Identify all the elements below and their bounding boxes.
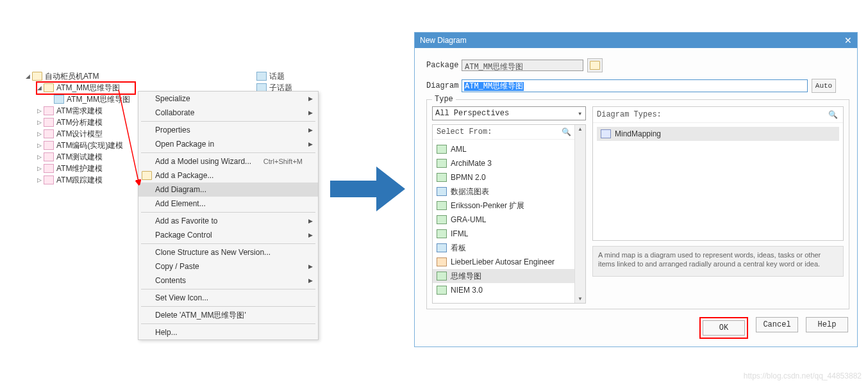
technology-icon [437, 257, 447, 266]
close-icon[interactable]: ✕ [844, 35, 852, 45]
palette-item[interactable]: 话题 [256, 70, 292, 82]
flow-arrow-icon [330, 167, 413, 211]
watermark: https://blog.csdn.net/qq_44853882 [744, 371, 862, 380]
package-icon [44, 141, 54, 150]
expand-icon[interactable]: ▷ [36, 177, 42, 183]
list-item[interactable]: BPMN 2.0 [433, 170, 585, 184]
menu-set-view-icon[interactable]: Set View Icon... [138, 291, 318, 305]
perspectives-dropdown[interactable]: All Perspectives [432, 106, 586, 120]
tree-label: ATM跟踪建模 [56, 175, 103, 186]
cancel-button[interactable]: Cancel [756, 317, 798, 332]
expand-icon[interactable]: ▷ [36, 119, 42, 126]
technology-icon [437, 159, 447, 168]
search-icon[interactable]: 🔍 [562, 127, 571, 137]
scroll-up-icon[interactable]: ▲ [578, 126, 583, 132]
technology-icon [437, 243, 447, 252]
menu-separator [141, 121, 315, 122]
type-legend: Type [432, 95, 456, 104]
submenu-arrow-icon: ▶ [308, 218, 313, 224]
menu-add-model[interactable]: Add a Model using Wizard...Ctrl+Shift+M [138, 154, 318, 168]
tree-root-label: 自动柜员机ATM [45, 71, 99, 82]
submenu-arrow-icon: ▶ [308, 263, 313, 270]
list-item-label: LieberLieber Autosar Engineer [451, 257, 555, 266]
diagram-row: Diagram ATM_MM思维导图 Auto [426, 79, 849, 93]
list-item[interactable]: NIEM 3.0 [433, 283, 585, 297]
package-label: Package [426, 61, 462, 70]
package-icon [44, 175, 54, 184]
folder-icon [590, 61, 600, 70]
diagram-name-input[interactable]: ATM_MM思维导图 [462, 79, 808, 92]
dialog-title: New Diagram [420, 36, 844, 45]
list-item[interactable]: 看板 [433, 241, 585, 255]
technology-icon [437, 173, 447, 182]
auto-button[interactable]: Auto [812, 79, 836, 93]
dialog-buttons: OK Cancel Help [699, 317, 848, 339]
menu-delete[interactable]: Delete 'ATM_MM思维导图' [138, 308, 318, 322]
help-button[interactable]: Help [806, 317, 848, 332]
menu-copy-paste[interactable]: Copy / Paste▶ [138, 259, 318, 273]
folder-icon [32, 72, 42, 81]
tree-label: ATM设计模型 [56, 129, 103, 140]
dialog-titlebar[interactable]: New Diagram ✕ [415, 33, 857, 48]
technology-icon [437, 229, 447, 238]
scrollbar[interactable]: ▲▼ [574, 125, 585, 303]
technology-icon [437, 145, 447, 154]
list-item-label: IFML [451, 229, 468, 238]
expand-icon[interactable]: ▷ [36, 131, 42, 137]
menu-properties[interactable]: Properties▶ [138, 123, 318, 137]
menu-help[interactable]: Help... [138, 325, 318, 339]
list-item[interactable]: GRA-UML [433, 213, 585, 227]
list-item[interactable]: 思维导图 [433, 269, 585, 283]
list-item[interactable]: AML [433, 142, 585, 156]
submenu-arrow-icon: ▶ [308, 277, 313, 284]
list-item[interactable]: IFML [433, 227, 585, 241]
list-item-label: GRA-UML [451, 215, 486, 224]
list-item[interactable]: 数据流图表 [433, 184, 585, 199]
select-from-listbox[interactable]: Select From: 🔍 AMLArchiMate 3BPMN 2.0数据流… [432, 124, 586, 304]
diagram-type-item[interactable]: MindMapping [597, 127, 839, 141]
menu-contents[interactable]: Contents▶ [138, 273, 318, 288]
tree-root-row[interactable]: ◢ 自动柜员机ATM [13, 70, 237, 82]
expand-icon[interactable]: ◢ [24, 73, 31, 79]
tree-label: ATM需求建模 [56, 106, 103, 117]
package-icon [44, 118, 54, 127]
browse-package-button[interactable] [587, 58, 603, 72]
submenu-arrow-icon: ▶ [308, 95, 313, 102]
technology-icon [437, 215, 447, 224]
submenu-arrow-icon: ▶ [308, 110, 313, 116]
menu-add-element[interactable]: Add Element... [138, 197, 318, 211]
menu-separator [141, 243, 315, 244]
expand-icon[interactable]: ▷ [36, 154, 42, 160]
expand-icon[interactable]: ▷ [36, 142, 42, 149]
palette-items: 话题 子话题 [256, 70, 292, 94]
list-item[interactable]: Eriksson-Penker 扩展 [433, 199, 585, 213]
diagram-types-listbox[interactable]: Diagram Types: 🔍 MindMapping [592, 106, 844, 241]
type-group: Type All Perspectives Select From: 🔍 AML… [426, 99, 849, 309]
package-row: Package ATM_MM思维导图 [426, 58, 849, 72]
topic-icon [256, 72, 267, 81]
menu-specialize[interactable]: Specialize▶ [138, 92, 318, 106]
search-icon[interactable]: 🔍 [828, 110, 838, 120]
menu-add-package[interactable]: Add a Package... [138, 168, 318, 183]
menu-package-control[interactable]: Package Control▶ [138, 228, 318, 242]
ok-button[interactable]: OK [703, 320, 745, 336]
menu-clone[interactable]: Clone Structure as New Version... [138, 245, 318, 259]
list-item-label: Eriksson-Penker 扩展 [451, 200, 524, 211]
menu-open-package-in[interactable]: Open Package in▶ [138, 137, 318, 151]
menu-add-diagram[interactable]: Add Diagram... [138, 183, 318, 197]
list-item-label: 思维导图 [451, 271, 481, 282]
menu-separator [141, 289, 315, 289]
package-icon [44, 152, 54, 161]
scroll-down-icon[interactable]: ▼ [578, 296, 583, 302]
list-item-label: AML [451, 145, 467, 154]
list-item[interactable]: LieberLieber Autosar Engineer [433, 255, 585, 269]
list-item[interactable]: ArchiMate 3 [433, 156, 585, 170]
package-icon [44, 106, 54, 115]
menu-collaborate[interactable]: Collaborate▶ [138, 106, 318, 120]
expand-icon[interactable]: ▷ [36, 165, 42, 172]
list-item-label: NIEM 3.0 [451, 286, 483, 295]
menu-add-favorite[interactable]: Add as Favorite to▶ [138, 214, 318, 228]
expand-icon[interactable]: ▷ [36, 108, 42, 114]
package-icon [44, 164, 54, 173]
technology-icon [437, 201, 447, 210]
